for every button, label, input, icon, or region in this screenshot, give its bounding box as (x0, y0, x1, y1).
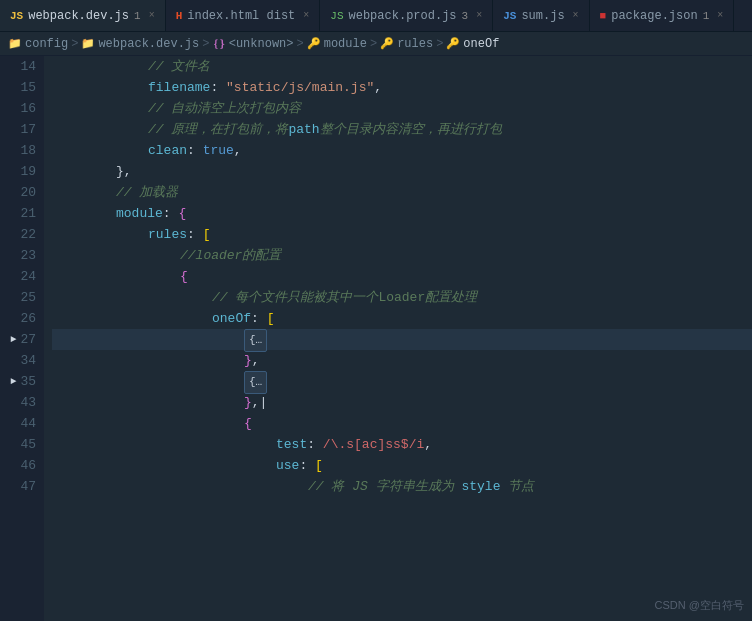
code-line-35: {… (52, 371, 752, 392)
pkg-icon: ■ (600, 10, 607, 22)
code-content[interactable]: // 文件名 filename: "static/js/main.js", //… (44, 56, 752, 621)
breadcrumb-oneof[interactable]: oneOf (463, 37, 499, 51)
line-num-44: 44 (4, 413, 36, 434)
tab-label: sum.js (521, 9, 564, 23)
line-num-15: 15 (4, 77, 36, 98)
tab-webpack-prod[interactable]: JS webpack.prod.js 3 × (320, 0, 493, 31)
line-num-22: 22 (4, 224, 36, 245)
tab-bar: JS webpack.dev.js 1 × H index.html dist … (0, 0, 752, 32)
tab-label: package.json (611, 9, 697, 23)
breadcrumb-unknown[interactable]: <unknown> (229, 37, 294, 51)
breadcrumb-rules[interactable]: rules (397, 37, 433, 51)
line-num-26: 26 (4, 308, 36, 329)
line-num-21: 21 (4, 203, 36, 224)
tab-index-html[interactable]: H index.html dist × (166, 0, 321, 31)
code-line-44: { (52, 413, 752, 434)
line-num-35: ►35 (4, 371, 36, 392)
line-num-47: 47 (4, 476, 36, 497)
tab-close-icon[interactable]: × (717, 10, 723, 21)
line-num-45: 45 (4, 434, 36, 455)
code-line-21: module: { (52, 203, 752, 224)
breadcrumb-webpackdev[interactable]: webpack.dev.js (98, 37, 199, 51)
line-num-27: ►27 (4, 329, 36, 350)
code-line-19: }, (52, 161, 752, 182)
code-line-25: // 每个文件只能被其中一个Loader配置处理 (52, 287, 752, 308)
code-line-43: },| (52, 392, 752, 413)
html-icon: H (176, 10, 183, 22)
breadcrumb: 📁 config > 📁 webpack.dev.js > ❴❵ <unknow… (0, 32, 752, 56)
sumjs-icon: JS (503, 10, 516, 22)
tab-label: webpack.dev.js (28, 9, 129, 23)
code-line-26: oneOf: [ (52, 308, 752, 329)
key-icon: 🔑 (307, 37, 321, 50)
line-num-14: 14 (4, 56, 36, 77)
fold-indicator-35[interactable]: {… (244, 371, 267, 394)
line-num-43: 43 (4, 392, 36, 413)
editor: 14 15 16 17 18 19 20 21 22 23 24 25 26 ►… (0, 56, 752, 621)
tab-badge: 1 (703, 10, 710, 22)
line-num-19: 19 (4, 161, 36, 182)
breadcrumb-module[interactable]: module (324, 37, 367, 51)
code-line-47: // 将 JS 字符串生成为 style 节点 (52, 476, 752, 497)
prod-icon: JS (330, 10, 343, 22)
code-line-20: // 加载器 (52, 182, 752, 203)
folder-icon2: 📁 (81, 37, 95, 50)
tab-close-icon[interactable]: × (573, 10, 579, 21)
tab-sum-js[interactable]: JS sum.js × (493, 0, 589, 31)
tab-badge: 1 (134, 10, 141, 22)
code-line-17: // 原理，在打包前，将path整个目录内容清空，再进行打包 (52, 119, 752, 140)
watermark: CSDN @空白符号 (655, 598, 744, 613)
tab-label: index.html dist (187, 9, 295, 23)
code-line-16: // 自动清空上次打包内容 (52, 98, 752, 119)
code-line-46: use: [ (52, 455, 752, 476)
code-area: 14 15 16 17 18 19 20 21 22 23 24 25 26 ►… (0, 56, 752, 621)
line-num-17: 17 (4, 119, 36, 140)
tab-package-json[interactable]: ■ package.json 1 × (590, 0, 735, 31)
code-line-15: filename: "static/js/main.js", (52, 77, 752, 98)
code-line-22: rules: [ (52, 224, 752, 245)
code-line-24: { (52, 266, 752, 287)
tab-close-icon[interactable]: × (149, 10, 155, 21)
line-num-24: 24 (4, 266, 36, 287)
tab-webpack-dev[interactable]: JS webpack.dev.js 1 × (0, 0, 166, 31)
line-num-23: 23 (4, 245, 36, 266)
key-icon3: 🔑 (446, 37, 460, 50)
line-num-18: 18 (4, 140, 36, 161)
code-line-34: }, (52, 350, 752, 371)
line-num-25: 25 (4, 287, 36, 308)
line-num-46: 46 (4, 455, 36, 476)
code-line-23: //loader的配置 (52, 245, 752, 266)
js-icon: JS (10, 10, 23, 22)
line-num-20: 20 (4, 182, 36, 203)
bracket-icon: ❴❵ (212, 37, 225, 50)
tab-close-icon[interactable]: × (303, 10, 309, 21)
fold-indicator-27[interactable]: {… (244, 329, 267, 352)
code-line-14: // 文件名 (52, 56, 752, 77)
line-num-34: 34 (4, 350, 36, 371)
folder-icon: 📁 (8, 37, 22, 50)
breadcrumb-config[interactable]: config (25, 37, 68, 51)
code-line-27: {… (52, 329, 752, 350)
tab-badge: 3 (462, 10, 469, 22)
tab-label: webpack.prod.js (349, 9, 457, 23)
tab-close-icon[interactable]: × (476, 10, 482, 21)
code-line-45: test: /\.s[ac]ss$/i, (52, 434, 752, 455)
line-numbers: 14 15 16 17 18 19 20 21 22 23 24 25 26 ►… (0, 56, 44, 621)
key-icon2: 🔑 (380, 37, 394, 50)
line-num-16: 16 (4, 98, 36, 119)
code-line-18: clean: true, (52, 140, 752, 161)
